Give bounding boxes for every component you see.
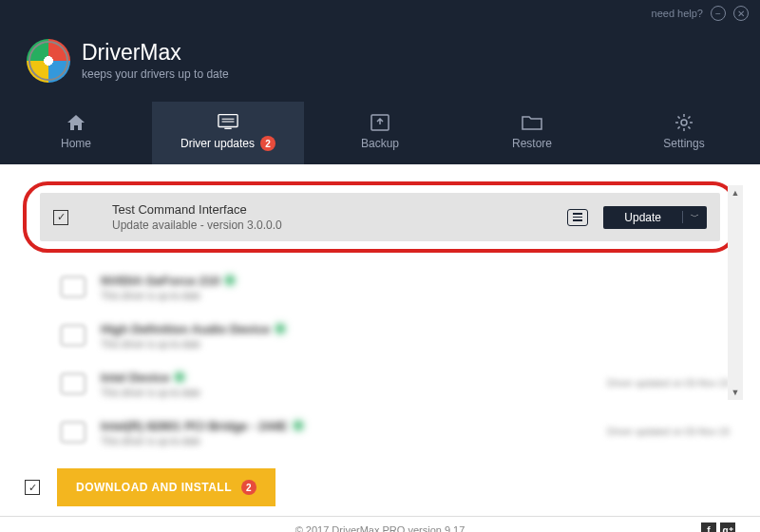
driver-status: This driver is up-to-date [101, 291, 714, 301]
select-all-checkbox[interactable]: ✓ [25, 480, 40, 495]
update-button[interactable]: Update ﹀ [603, 206, 707, 229]
scrollbar[interactable]: ▲ ▼ [728, 185, 743, 400]
driver-status: This driver is up-to-date [101, 339, 714, 350]
tab-label: Driver updates [180, 137, 255, 150]
status-dot-icon [175, 372, 184, 382]
driver-status: This driver is up-to-date [101, 388, 592, 398]
updates-badge: 2 [260, 136, 276, 151]
googleplus-icon[interactable]: g⁺ [720, 522, 735, 532]
status-dot-icon [225, 276, 235, 285]
status-dot-icon [294, 421, 303, 430]
close-button[interactable]: ✕ [733, 6, 749, 21]
chevron-down-icon[interactable]: ﹀ [682, 211, 707, 223]
download-label: DOWNLOAD AND INSTALL [76, 481, 232, 494]
gear-icon [674, 114, 694, 131]
main-tabs: Home Driver updates 2 Backup Restore Set… [0, 102, 760, 164]
driver-name: High Definition Audio Device [101, 322, 270, 336]
driver-list-panel: ✓ Test Command Interface Update availabl… [0, 164, 760, 459]
copyright: © 2017 DriverMax PRO version 9.17 [295, 524, 466, 532]
highlighted-row: ✓ Test Command Interface Update availabl… [23, 181, 737, 253]
driver-updated-date: Driver updated on 03-Nov-16 [607, 378, 730, 389]
driver-row[interactable]: NVIDIA GeForce 210 This driver is up-to-… [17, 262, 743, 311]
app-tagline: keeps your drivers up to date [82, 67, 229, 81]
driver-row-selected[interactable]: ✓ Test Command Interface Update availabl… [40, 193, 720, 241]
driver-row[interactable]: Intel(R) 82801 PCI Bridge - 244E This dr… [17, 408, 743, 456]
tab-backup[interactable]: Backup [304, 102, 456, 164]
driver-name: NVIDIA GeForce 210 [101, 274, 219, 288]
driver-name: Intel(R) 82801 PCI Bridge - 244E [101, 419, 288, 433]
social-links: f g⁺ [701, 522, 735, 532]
titlebar: need help? − ✕ [0, 0, 760, 27]
device-icon [61, 422, 86, 443]
driver-name: Intel Device [101, 370, 169, 385]
app-title: DriverMax [82, 40, 229, 66]
download-badge: 2 [241, 480, 256, 495]
action-bar: ✓ DOWNLOAD AND INSTALL 2 [0, 459, 760, 516]
driver-row[interactable]: High Definition Audio Device This driver… [17, 311, 743, 359]
driver-updated-date: Driver updated on 03-Nov-16 [607, 427, 730, 437]
svg-rect-0 [218, 115, 238, 127]
help-link[interactable]: need help? [652, 8, 703, 19]
app-header: DriverMax keeps your drivers up to date [0, 27, 760, 102]
scroll-up-icon[interactable]: ▲ [728, 185, 743, 200]
device-icon [61, 373, 86, 394]
tab-restore[interactable]: Restore [456, 102, 608, 164]
tab-label: Home [61, 137, 91, 150]
status-dot-icon [276, 324, 285, 333]
tab-label: Settings [663, 137, 704, 150]
tab-label: Backup [361, 137, 399, 150]
device-icon [61, 325, 86, 346]
tab-home[interactable]: Home [0, 102, 152, 164]
tab-driver-updates[interactable]: Driver updates 2 [152, 102, 304, 164]
driver-checkbox[interactable]: ✓ [53, 210, 68, 225]
folder-icon [522, 114, 542, 131]
driver-status: Update available - version 3.0.0.0 [112, 218, 552, 232]
monitor-icon [218, 113, 238, 130]
facebook-icon[interactable]: f [701, 522, 716, 532]
driver-name: Test Command Interface [112, 202, 552, 217]
driver-row[interactable]: Intel Device This driver is up-to-date D… [17, 359, 743, 408]
svg-point-5 [681, 120, 687, 125]
minimize-button[interactable]: − [711, 6, 726, 21]
details-icon[interactable] [567, 209, 588, 226]
download-install-button[interactable]: DOWNLOAD AND INSTALL 2 [57, 468, 276, 506]
update-label: Update [603, 211, 682, 224]
backup-icon [370, 114, 390, 131]
device-icon [61, 276, 86, 297]
tab-label: Restore [512, 137, 552, 150]
tab-settings[interactable]: Settings [608, 102, 760, 164]
app-logo-icon [28, 41, 68, 81]
home-icon [66, 114, 86, 131]
scroll-down-icon[interactable]: ▼ [728, 385, 743, 400]
footer: © 2017 DriverMax PRO version 9.17 f g⁺ [0, 516, 760, 532]
driver-status: This driver is up-to-date [101, 436, 592, 446]
